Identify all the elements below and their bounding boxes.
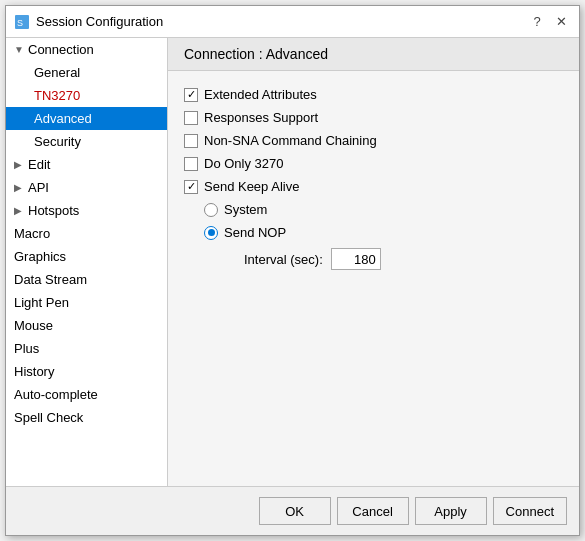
extended-attrs-row: Extended Attributes xyxy=(184,87,563,102)
sidebar-item-api[interactable]: ▶ API xyxy=(6,176,167,199)
apply-button[interactable]: Apply xyxy=(415,497,487,525)
responses-support-label[interactable]: Responses Support xyxy=(204,110,318,125)
non-sna-label[interactable]: Non-SNA Command Chaining xyxy=(204,133,377,148)
system-label[interactable]: System xyxy=(224,202,267,217)
sidebar-label-api: API xyxy=(28,180,49,195)
sidebar-label-general: General xyxy=(34,65,80,80)
sidebar-item-general[interactable]: General xyxy=(6,61,167,84)
extended-attrs-checkbox[interactable] xyxy=(184,88,198,102)
system-radio-row: System xyxy=(184,202,563,217)
sidebar-item-edit[interactable]: ▶ Edit xyxy=(6,153,167,176)
dialog-icon: S xyxy=(14,14,30,30)
session-config-dialog: S Session Configuration ? ✕ ▼ Connection… xyxy=(5,5,580,536)
sidebar-item-autocomplete[interactable]: Auto-complete xyxy=(6,383,167,406)
title-bar-buttons: ? ✕ xyxy=(527,12,571,32)
sidebar-label-graphics: Graphics xyxy=(14,249,66,264)
sidebar-item-mouse[interactable]: Mouse xyxy=(6,314,167,337)
non-sna-checkbox[interactable] xyxy=(184,134,198,148)
sidebar-item-plus[interactable]: Plus xyxy=(6,337,167,360)
sidebar-item-datastream[interactable]: Data Stream xyxy=(6,268,167,291)
sidebar-item-connection[interactable]: ▼ Connection xyxy=(6,38,167,61)
interval-input[interactable] xyxy=(331,248,381,270)
sidebar-item-lightpen[interactable]: Light Pen xyxy=(6,291,167,314)
cancel-button[interactable]: Cancel xyxy=(337,497,409,525)
expand-icon-edit: ▶ xyxy=(14,159,24,170)
do-only-3270-checkbox[interactable] xyxy=(184,157,198,171)
sidebar-label-edit: Edit xyxy=(28,157,50,172)
sidebar-item-security[interactable]: Security xyxy=(6,130,167,153)
do-only-3270-label[interactable]: Do Only 3270 xyxy=(204,156,284,171)
title-bar-left: S Session Configuration xyxy=(14,14,163,30)
expand-icon-hotspots: ▶ xyxy=(14,205,24,216)
content-header: Connection : Advanced xyxy=(168,38,579,71)
extended-attrs-label[interactable]: Extended Attributes xyxy=(204,87,317,102)
non-sna-row: Non-SNA Command Chaining xyxy=(184,133,563,148)
title-bar: S Session Configuration ? ✕ xyxy=(6,6,579,38)
sidebar-item-history[interactable]: History xyxy=(6,360,167,383)
expand-icon-connection: ▼ xyxy=(14,44,24,55)
send-nop-radio[interactable] xyxy=(204,226,218,240)
sidebar-item-macro[interactable]: Macro xyxy=(6,222,167,245)
sidebar-label-mouse: Mouse xyxy=(14,318,53,333)
sidebar-label-lightpen: Light Pen xyxy=(14,295,69,310)
expand-icon-api: ▶ xyxy=(14,182,24,193)
sidebar-item-hotspots[interactable]: ▶ Hotspots xyxy=(6,199,167,222)
sidebar-label-connection: Connection xyxy=(28,42,94,57)
interval-row: Interval (sec): xyxy=(184,248,563,270)
sidebar-label-autocomplete: Auto-complete xyxy=(14,387,98,402)
interval-label: Interval (sec): xyxy=(244,252,323,267)
main-content: ▼ Connection General TN3270 Advanced Sec… xyxy=(6,38,579,486)
sidebar-label-datastream: Data Stream xyxy=(14,272,87,287)
dialog-title: Session Configuration xyxy=(36,14,163,29)
do-only-3270-row: Do Only 3270 xyxy=(184,156,563,171)
sidebar-item-spellcheck[interactable]: Spell Check xyxy=(6,406,167,429)
sidebar-item-advanced[interactable]: Advanced xyxy=(6,107,167,130)
ok-button[interactable]: OK xyxy=(259,497,331,525)
send-keep-alive-label[interactable]: Send Keep Alive xyxy=(204,179,299,194)
content-body: Extended Attributes Responses Support No… xyxy=(168,71,579,486)
sidebar-label-advanced: Advanced xyxy=(34,111,92,126)
responses-support-checkbox[interactable] xyxy=(184,111,198,125)
send-nop-radio-row: Send NOP xyxy=(184,225,563,240)
sidebar-label-hotspots: Hotspots xyxy=(28,203,79,218)
sidebar-item-graphics[interactable]: Graphics xyxy=(6,245,167,268)
content-panel: Connection : Advanced Extended Attribute… xyxy=(168,38,579,486)
svg-text:S: S xyxy=(17,18,23,28)
responses-support-row: Responses Support xyxy=(184,110,563,125)
sidebar: ▼ Connection General TN3270 Advanced Sec… xyxy=(6,38,168,486)
send-keep-alive-row: Send Keep Alive xyxy=(184,179,563,194)
sidebar-label-macro: Macro xyxy=(14,226,50,241)
sidebar-label-spellcheck: Spell Check xyxy=(14,410,83,425)
sidebar-label-security: Security xyxy=(34,134,81,149)
send-nop-label[interactable]: Send NOP xyxy=(224,225,286,240)
sidebar-label-plus: Plus xyxy=(14,341,39,356)
sidebar-label-tn3270: TN3270 xyxy=(34,88,80,103)
close-button[interactable]: ✕ xyxy=(551,12,571,32)
system-radio[interactable] xyxy=(204,203,218,217)
sidebar-item-tn3270[interactable]: TN3270 xyxy=(6,84,167,107)
sidebar-label-history: History xyxy=(14,364,54,379)
footer: OK Cancel Apply Connect xyxy=(6,486,579,535)
connect-button[interactable]: Connect xyxy=(493,497,567,525)
send-keep-alive-checkbox[interactable] xyxy=(184,180,198,194)
help-button[interactable]: ? xyxy=(527,12,547,32)
